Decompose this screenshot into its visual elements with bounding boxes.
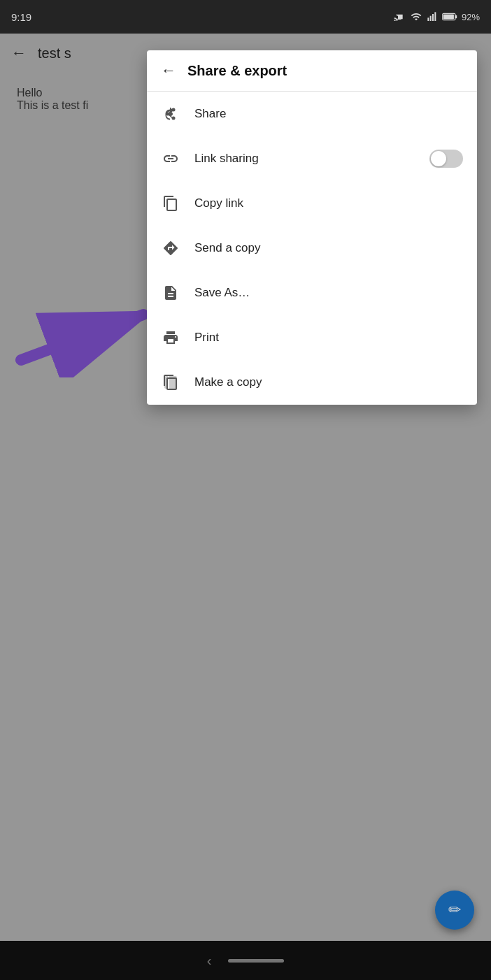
share-export-menu: ← Share & export Share Link sharing [147,50,477,405]
menu-item-send-copy[interactable]: Send a copy [147,226,477,271]
menu-header: ← Share & export [147,50,477,92]
send-copy-label: Send a copy [194,241,463,255]
svg-point-10 [172,117,176,120]
print-label: Print [194,331,463,345]
link-icon [161,149,180,168]
svg-point-9 [172,108,176,112]
menu-item-share[interactable]: Share [147,92,477,136]
menu-item-copy-link[interactable]: Copy link [147,181,477,226]
make-copy-label: Make a copy [194,375,463,389]
link-sharing-toggle[interactable] [429,150,463,168]
share-label: Share [194,107,463,121]
save-as-icon [161,283,180,303]
menu-back-button[interactable]: ← [161,62,176,80]
menu-item-save-as[interactable]: Save As… [147,271,477,315]
print-icon [161,328,180,347]
menu-title: Share & export [187,63,287,79]
make-copy-icon [161,373,180,392]
save-as-label: Save As… [194,286,463,300]
share-icon [161,104,180,124]
menu-item-link-sharing[interactable]: Link sharing [147,136,477,181]
link-sharing-label: Link sharing [194,152,415,166]
send-copy-icon [161,238,180,258]
menu-item-make-copy[interactable]: Make a copy [147,360,477,405]
copy-link-label: Copy link [194,196,463,210]
toggle-knob [431,151,446,166]
copy-link-icon [161,194,180,213]
menu-item-print[interactable]: Print [147,315,477,360]
